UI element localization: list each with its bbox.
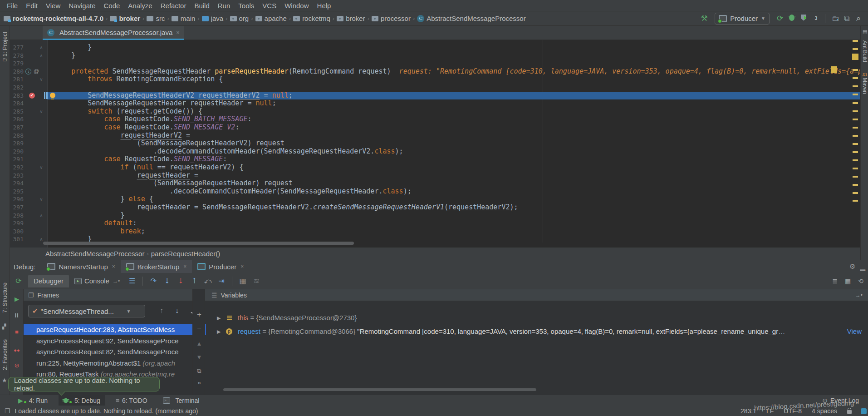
frame-up-icon[interactable]: ↑: [160, 307, 163, 315]
code-line-283[interactable]: 283✔ SendMessageRequestHeaderV2 requestH…: [10, 92, 851, 100]
menu-item-build[interactable]: Build: [190, 2, 213, 10]
menu-item-tools[interactable]: Tools: [234, 2, 258, 10]
nav-crumb[interactable]: java: [202, 15, 224, 22]
evaluate-expression-icon[interactable]: ▦: [236, 277, 250, 285]
line-number[interactable]: 299: [10, 219, 24, 228]
nav-crumb[interactable]: apache: [255, 15, 287, 22]
project-structure-icon[interactable]: 🗀▪: [829, 14, 841, 23]
add-watch-icon[interactable]: +: [193, 310, 206, 319]
code-line-289[interactable]: 289 (SendMessageRequestHeaderV2) request: [10, 139, 851, 148]
code-line-285[interactable]: 285∨ switch (request.getCode()) {: [10, 108, 851, 116]
run-to-cursor-icon[interactable]: ⇥: [215, 277, 228, 285]
variable-row[interactable]: ▶this = {SendMessageProcessor@2730}: [205, 312, 868, 324]
variable-row[interactable]: ▶prequest = {RemotingCommand@3066} "Remo…: [205, 325, 868, 338]
line-number[interactable]: 291: [10, 155, 24, 163]
structure-toolwindow-button[interactable]: 7: Structure: [1, 282, 8, 313]
line-number[interactable]: 280: [10, 68, 24, 76]
stack-frame-row[interactable]: asyncProcessRequest:82, SendMessageProce: [24, 347, 206, 357]
breadcrumb-method[interactable]: parseRequestHeader(): [151, 250, 221, 258]
code-line-291[interactable]: 291 case RequestCode.SEND_MESSAGE:: [10, 155, 851, 163]
editor-horizontal-scrollbar[interactable]: [43, 242, 354, 245]
layout-grid-icon[interactable]: ▦: [845, 277, 851, 285]
debug-session-tab-namesrvstartup[interactable]: NamesrvStartup×: [42, 260, 120, 273]
error-stripe-mark[interactable]: [853, 192, 858, 194]
variables-horizontal-scrollbar[interactable]: [223, 388, 536, 391]
remove-watch-icon[interactable]: −: [193, 325, 206, 334]
nav-crumb[interactable]: rocketmq: [293, 15, 330, 22]
step-over-icon[interactable]: ↷: [147, 277, 160, 285]
fold-marker-icon[interactable]: ∧: [38, 212, 44, 220]
maven-toolwindow-button[interactable]: Maven: [862, 78, 868, 94]
hide-variables-icon[interactable]: →•: [855, 292, 863, 298]
toolwindow-switcher-icon[interactable]: ❐: [5, 407, 10, 415]
notification-balloon[interactable]: Loaded classes are up to date. Nothing t…: [8, 377, 160, 391]
error-stripe-mark[interactable]: [853, 176, 858, 178]
coverage-shield-icon[interactable]: [798, 14, 809, 23]
preview-icon[interactable]: ⧉: [841, 14, 853, 23]
frame-down-icon[interactable]: ↓: [175, 307, 179, 315]
error-stripe-mark[interactable]: [853, 110, 858, 112]
code-line-299[interactable]: 299 default:: [10, 219, 851, 228]
menu-item-analyze[interactable]: Analyze: [124, 2, 156, 10]
code-line-282[interactable]: 282: [10, 84, 851, 92]
menu-item-navigate[interactable]: Navigate: [64, 2, 99, 10]
search-everywhere-icon[interactable]: ⌕: [853, 14, 864, 23]
fold-marker-icon[interactable]: ∧: [38, 52, 44, 60]
line-number[interactable]: 290: [10, 148, 24, 156]
nav-crumb[interactable]: broker: [110, 15, 140, 22]
error-stripe-mark[interactable]: [853, 159, 858, 161]
line-number[interactable]: 292: [10, 163, 24, 172]
line-number[interactable]: 297: [10, 203, 24, 212]
line-number[interactable]: 286: [10, 115, 24, 124]
nav-crumb[interactable]: broker: [337, 15, 365, 22]
debug-session-tab-brokerstartup[interactable]: BrokerStartup×: [121, 260, 192, 273]
error-stripe-mark[interactable]: [853, 94, 858, 95]
close-icon[interactable]: ×: [240, 263, 244, 270]
error-stripe-mark[interactable]: [853, 85, 858, 87]
view-options-icon[interactable]: ≣: [832, 277, 838, 285]
code-line-295[interactable]: 295 .decodeCommandCustomHeader(SendMessa…: [10, 188, 851, 196]
stack-frame-row[interactable]: asyncProcessRequest:92, SendMessageProce: [24, 336, 206, 347]
line-number[interactable]: 283: [10, 92, 24, 100]
fold-marker-icon[interactable]: ∧: [38, 44, 44, 52]
build-hammer-icon[interactable]: ⚒: [698, 14, 710, 23]
error-stripe-mark[interactable]: [853, 102, 858, 104]
error-stripe-square[interactable]: [852, 54, 858, 60]
debug-bug-icon[interactable]: [786, 14, 798, 23]
error-stripe-mark[interactable]: [853, 77, 858, 79]
code-line-290[interactable]: 290 .decodeCommandCustomHeader(SendMessa…: [10, 148, 851, 156]
code-line-298[interactable]: 298∧ }: [10, 212, 851, 220]
drop-frame-icon[interactable]: ⤺: [201, 277, 215, 285]
nav-crumb[interactable]: main: [172, 15, 196, 22]
rerun-icon[interactable]: ⟳: [774, 14, 786, 23]
view-breakpoints-icon[interactable]: ●●: [10, 347, 24, 353]
line-number[interactable]: 278: [10, 52, 24, 60]
menu-item-vcs[interactable]: VCS: [258, 2, 280, 10]
fold-marker-icon[interactable]: ∨: [38, 75, 44, 84]
code-line-300[interactable]: 300 break;: [10, 228, 851, 236]
fold-marker-icon[interactable]: ∨: [38, 163, 44, 172]
tab-console[interactable]: ▸Console→•: [69, 275, 125, 287]
favorites-toolwindow-button[interactable]: 2: Favorites: [1, 339, 8, 370]
force-step-into-icon[interactable]: ⭣: [174, 277, 187, 285]
code-line-284[interactable]: 284 SendMessageRequestHeader requestHead…: [10, 99, 851, 108]
debug-session-tab-producer[interactable]: Producer×: [192, 260, 249, 273]
menu-item-view[interactable]: View: [42, 2, 64, 10]
menu-item-help[interactable]: Help: [313, 2, 335, 10]
toolwindow-button-run[interactable]: ▶4: Run: [14, 395, 52, 406]
rerun-debug-icon[interactable]: ⟳: [12, 277, 25, 285]
hide-icon[interactable]: ▁: [860, 262, 865, 271]
error-stripe-mark[interactable]: [853, 48, 858, 50]
close-icon[interactable]: ×: [183, 263, 186, 270]
code-line-292[interactable]: 292∨ if (null == requestHeaderV2) {: [10, 163, 851, 172]
nav-crumb[interactable]: rocketmq-rocketmq-all-4.7.0: [4, 15, 103, 22]
run-config-selector[interactable]: Producer ▼: [715, 13, 770, 25]
code-line-296[interactable]: 296∨ } else {: [10, 195, 851, 203]
error-stripe-mark[interactable]: [853, 184, 858, 186]
view-value-link[interactable]: View: [847, 325, 862, 338]
resume-icon[interactable]: ▶: [10, 296, 24, 302]
toolwindow-button-debug[interactable]: 5: Debug: [59, 395, 105, 406]
code-line-281[interactable]: 281∨ throws RemotingCommandException {: [10, 75, 851, 84]
code-line-286[interactable]: 286 case RequestCode.SEND_BATCH_MESSAGE:: [10, 115, 851, 124]
step-into-icon[interactable]: ⭣: [160, 277, 174, 285]
